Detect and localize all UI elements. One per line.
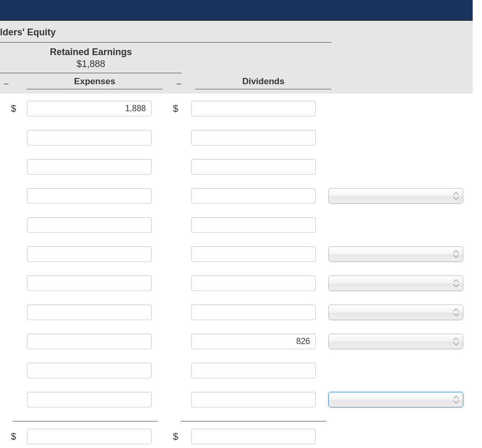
dividends-header: Dividends (195, 76, 331, 89)
data-row: $$ (0, 101, 482, 116)
retained-earnings-value: $1,888 (0, 59, 182, 70)
expense-input[interactable] (27, 363, 152, 378)
expense-input[interactable] (27, 101, 152, 116)
dollar-sign-expense: $ (0, 103, 27, 114)
data-row (0, 159, 482, 175)
data-row (0, 188, 482, 204)
expense-input[interactable] (27, 159, 152, 175)
account-select[interactable] (328, 392, 463, 407)
sub-header-row: – Expenses – Dividends (0, 76, 331, 89)
minus-sign-2: – (173, 79, 185, 89)
account-select[interactable] (328, 188, 463, 204)
dividend-input[interactable] (191, 334, 316, 349)
totals-row: $ $ (0, 421, 482, 448)
total-dollar-dividends: $ (162, 431, 189, 442)
dividend-input[interactable] (191, 217, 316, 233)
dollar-sign-dividend: $ (162, 103, 189, 114)
dividend-input[interactable] (191, 305, 316, 320)
dividend-input[interactable] (191, 159, 316, 175)
header-area: lders' Equity Retained Earnings $1,888 –… (0, 21, 473, 94)
section-title: lders' Equity (0, 21, 331, 43)
minus-sign-1: – (0, 79, 12, 89)
data-row (0, 217, 482, 233)
expense-input[interactable] (27, 217, 152, 233)
data-row (0, 246, 482, 262)
data-row (0, 334, 482, 349)
total-dollar-expenses: $ (0, 431, 27, 442)
expense-input[interactable] (27, 188, 152, 204)
dividend-input[interactable] (191, 363, 316, 378)
account-select[interactable] (328, 246, 463, 262)
account-select[interactable] (328, 334, 463, 349)
dividend-input[interactable] (191, 275, 316, 291)
top-bar (0, 0, 473, 21)
body-area: $$ (0, 94, 482, 407)
dividend-input[interactable] (191, 130, 316, 146)
data-row (0, 363, 482, 378)
expenses-total-rule (12, 421, 158, 421)
expense-input[interactable] (27, 334, 152, 349)
expense-input[interactable] (27, 246, 152, 262)
expense-input[interactable] (27, 305, 152, 320)
data-row (0, 275, 482, 291)
expense-input[interactable] (27, 392, 152, 407)
dividend-input[interactable] (191, 246, 316, 262)
data-row (0, 305, 482, 320)
account-select[interactable] (328, 305, 463, 320)
dividend-input[interactable] (191, 392, 316, 407)
expense-input[interactable] (27, 130, 152, 146)
dividends-total-rule (181, 421, 326, 421)
expenses-header: Expenses (26, 76, 163, 89)
data-row (0, 130, 482, 146)
expense-input[interactable] (27, 275, 152, 291)
retained-earnings-title: Retained Earnings (0, 47, 182, 58)
retained-earnings-block: Retained Earnings $1,888 (0, 43, 182, 73)
data-row (0, 392, 482, 407)
dividend-input[interactable] (191, 101, 316, 116)
dividend-input[interactable] (191, 188, 316, 204)
total-dividend-input[interactable] (191, 429, 316, 444)
account-select[interactable] (328, 275, 463, 291)
total-expense-input[interactable] (27, 429, 152, 444)
